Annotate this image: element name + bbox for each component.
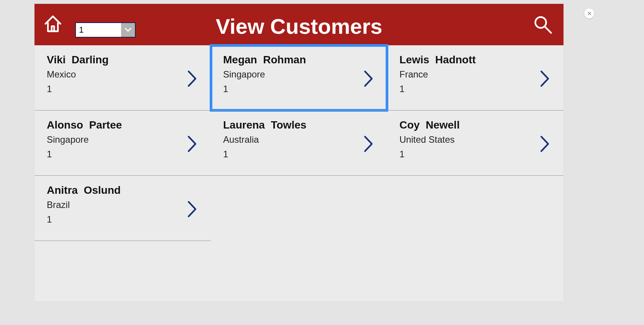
chevron-right-icon bbox=[540, 70, 550, 87]
customer-name: Coy Newell bbox=[399, 119, 553, 131]
chevron-right-icon bbox=[187, 200, 198, 218]
customer-name: Laurena Towles bbox=[223, 119, 376, 131]
customer-card[interactable]: Alonso ParteeSingapore1 bbox=[34, 111, 211, 176]
customer-card[interactable]: Viki DarlingMexico1 bbox=[34, 45, 211, 111]
customer-grid: Viki DarlingMexico1Megan RohmanSingapore… bbox=[34, 45, 564, 241]
close-button[interactable]: ✕ bbox=[584, 8, 594, 18]
customer-card[interactable]: Anitra OslundBrazil1 bbox=[34, 176, 211, 241]
customer-name: Megan Rohman bbox=[223, 54, 376, 66]
customer-card[interactable]: Laurena TowlesAustralia1 bbox=[211, 111, 387, 176]
chevron-right-icon bbox=[540, 135, 550, 153]
dropdown-arrow bbox=[121, 23, 135, 37]
customer-card[interactable]: Lewis HadnottFrance1 bbox=[387, 45, 564, 111]
search-icon bbox=[533, 15, 553, 35]
chevron-down-icon bbox=[125, 28, 131, 32]
customer-number: 1 bbox=[399, 149, 553, 160]
close-icon: ✕ bbox=[587, 10, 592, 17]
chevron-right-icon bbox=[187, 70, 198, 87]
customer-country: United States bbox=[399, 134, 553, 145]
svg-line-1 bbox=[545, 26, 551, 33]
customer-name: Alonso Partee bbox=[47, 119, 200, 131]
customer-country: Singapore bbox=[223, 69, 376, 80]
page-number-dropdown[interactable]: 1 bbox=[75, 22, 136, 38]
chevron-right-icon bbox=[363, 70, 374, 87]
page-number-value: 1 bbox=[76, 25, 121, 35]
customer-number: 1 bbox=[47, 214, 200, 225]
customer-number: 1 bbox=[223, 84, 376, 94]
customer-number: 1 bbox=[399, 84, 553, 94]
chevron-right-icon bbox=[187, 135, 198, 153]
customer-country: France bbox=[399, 69, 553, 80]
chevron-right-icon bbox=[363, 135, 374, 153]
customer-number: 1 bbox=[47, 149, 200, 160]
customer-country: Australia bbox=[223, 134, 376, 145]
header-bar: 1 View Customers bbox=[34, 4, 564, 45]
search-button[interactable] bbox=[533, 15, 553, 35]
row-divider bbox=[211, 175, 387, 176]
customer-country: Singapore bbox=[47, 134, 200, 145]
customer-number: 1 bbox=[47, 84, 200, 94]
customer-name: Anitra Oslund bbox=[47, 184, 200, 196]
customer-country: Mexico bbox=[47, 69, 200, 80]
customer-name: Lewis Hadnott bbox=[399, 54, 553, 66]
home-button[interactable] bbox=[43, 14, 63, 34]
customer-name: Viki Darling bbox=[47, 54, 200, 66]
customer-card[interactable]: Megan RohmanSingapore1 bbox=[211, 45, 387, 111]
customer-number: 1 bbox=[223, 149, 376, 160]
customer-card[interactable]: Coy NewellUnited States1 bbox=[387, 111, 564, 176]
row-divider bbox=[387, 175, 564, 176]
row-divider bbox=[34, 241, 211, 241]
customer-country: Brazil bbox=[47, 200, 200, 210]
app-window: 1 View Customers Viki DarlingMexico1Mega… bbox=[34, 4, 564, 301]
home-icon bbox=[43, 14, 63, 34]
